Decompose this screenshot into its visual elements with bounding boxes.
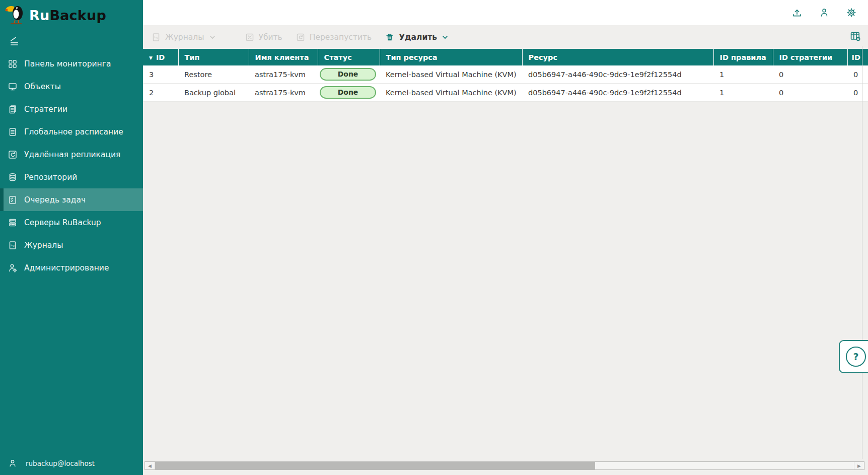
toolbar-button-label: Перезапустить — [310, 33, 372, 42]
sidebar-item-label: Стратегии — [24, 105, 67, 114]
vertical-scroll-gutter — [862, 46, 862, 459]
sidebar-item-0[interactable]: Панель мониторинга — [0, 52, 143, 75]
sidebar-item-5[interactable]: Репозиторий — [0, 166, 143, 188]
global-schedule-icon — [8, 127, 18, 137]
sidebar-item-9[interactable]: Администрирование — [0, 256, 143, 279]
user-icon[interactable] — [819, 8, 829, 18]
cell-resource_type: Kernel-based Virtual Machine (KVM) — [380, 65, 522, 84]
column-header-type[interactable]: Тип — [178, 49, 249, 65]
column-header-extra_id[interactable]: ID — [847, 49, 868, 65]
cell-client: astra175-kvm — [249, 84, 318, 102]
table-header-row: ▼IDТипИмя клиентаСтатусТип ресурсаРесурс… — [143, 49, 868, 65]
horizontal-scrollbar[interactable]: ◀ ▶ — [144, 461, 864, 470]
task-queue-icon — [8, 195, 18, 205]
sidebar-collapse-icon[interactable] — [9, 36, 22, 47]
cell-type: Restore — [178, 65, 249, 84]
column-header-strategy_id[interactable]: ID стратегии — [773, 49, 847, 65]
scrollbar-thumb[interactable] — [155, 462, 595, 469]
column-header-status[interactable]: Статус — [318, 49, 380, 65]
app-window: RuBackup Панель мониторингаОбъектыСтрате… — [0, 0, 868, 475]
sidebar-item-3[interactable]: Глобальное расписание — [0, 120, 143, 143]
column-header-label: Тип — [185, 53, 200, 61]
brand-ru: Ru — [29, 8, 49, 23]
sidebar-item-2[interactable]: Стратегии — [0, 98, 143, 120]
repository-icon — [8, 172, 18, 182]
sidebar-item-8[interactable]: logЖурналы — [0, 234, 143, 256]
sidebar-nav: Панель мониторингаОбъектыСтратегииГлобал… — [0, 52, 143, 279]
cell-strategy_id: 0 — [773, 65, 847, 84]
table-row-1[interactable]: 2Backup globalastra175-kvmDoneKernel-bas… — [143, 84, 868, 102]
servers-icon — [8, 218, 18, 228]
scrollbar-track[interactable] — [155, 462, 854, 469]
svg-text:log: log — [11, 244, 14, 247]
toolbar-button-label: Убить — [259, 33, 282, 42]
toolbar-button-label: Удалить — [399, 33, 437, 42]
sidebar-item-label: Серверы RuBackup — [24, 218, 101, 227]
table-settings-icon[interactable] — [849, 30, 861, 44]
dashboard-icon — [8, 59, 18, 69]
status-badge: Done — [320, 68, 376, 81]
user-icon — [8, 459, 17, 468]
admin-icon — [8, 263, 18, 273]
journal-icon: log — [151, 32, 161, 42]
cell-strategy_id: 0 — [773, 84, 847, 102]
delete-icon — [385, 32, 395, 42]
column-header-label: ID стратегии — [779, 53, 833, 61]
logs-icon: log — [8, 240, 18, 250]
scroll-left-arrow-icon[interactable]: ◀ — [145, 462, 155, 469]
sidebar-item-6[interactable]: Очередь задач — [0, 188, 143, 211]
sidebar-item-label: Глобальное расписание — [24, 127, 123, 137]
cell-resource: d05b6947-a446-490c-9dc9-1e9f2f12554d — [522, 65, 713, 84]
column-header-rule_id[interactable]: ID правила — [713, 49, 773, 65]
topbar — [143, 0, 868, 25]
cell-type: Backup global — [178, 84, 249, 102]
toolbar-button-удалить[interactable]: Удалить — [381, 30, 453, 44]
table-row-0[interactable]: 3Restoreastra175-kvmDoneKernel-based Vir… — [143, 65, 868, 84]
upload-icon[interactable] — [791, 7, 803, 18]
sort-desc-icon: ▼ — [149, 55, 153, 60]
kill-icon — [245, 32, 255, 42]
brand-backup: Backup — [49, 8, 106, 23]
objects-icon — [8, 82, 18, 92]
column-header-label: Ресурс — [529, 53, 557, 61]
column-header-label: ID — [156, 53, 165, 61]
toolbar-button-перезапустить: Перезапустить — [292, 30, 376, 44]
task-table-wrap: ▼IDТипИмя клиентаСтатусТип ресурсаРесурс… — [143, 49, 868, 102]
app-logo: RuBackup — [0, 0, 143, 28]
column-header-resource[interactable]: Ресурс — [522, 49, 713, 65]
logged-in-user-label: rubackup@localhost — [26, 459, 95, 467]
help-question-icon: ? — [846, 347, 866, 367]
main-area: logЖурналыУбитьПерезапуститьУдалить ▼IDТ… — [143, 0, 868, 475]
toolbar-button-label: Журналы — [165, 33, 204, 42]
cell-resource_type: Kernel-based Virtual Machine (KVM) — [380, 84, 522, 102]
cell-status: Done — [318, 84, 380, 102]
toolbar-button-убить: Убить — [241, 30, 286, 44]
sidebar-item-label: Репозиторий — [24, 173, 77, 182]
scroll-right-arrow-icon[interactable]: ▶ — [854, 462, 864, 469]
sidebar-user[interactable]: rubackup@localhost — [8, 459, 95, 468]
cell-client: astra175-kvm — [249, 65, 318, 84]
column-header-label: ID правила — [720, 53, 766, 61]
settings-gear-icon[interactable] — [846, 7, 857, 18]
column-header-label: Статус — [324, 53, 352, 61]
help-button[interactable]: ? — [839, 340, 868, 373]
cell-extra_id: 0 — [847, 84, 868, 102]
brand-wordmark: RuBackup — [29, 9, 106, 22]
status-badge: Done — [320, 86, 376, 99]
cell-rule_id: 1 — [713, 65, 773, 84]
sidebar-item-4[interactable]: Удалённая репликация — [0, 143, 143, 166]
cell-rule_id: 1 — [713, 84, 773, 102]
chevron-down-icon — [208, 33, 216, 41]
column-header-resource_type[interactable]: Тип ресурса — [380, 49, 522, 65]
sidebar-item-label: Панель мониторинга — [24, 59, 111, 69]
sidebar-item-label: Очередь задач — [24, 195, 86, 205]
column-header-id[interactable]: ▼ID — [143, 49, 178, 65]
column-header-client[interactable]: Имя клиента — [249, 49, 318, 65]
sidebar-item-label: Удалённая репликация — [24, 150, 120, 159]
sidebar-item-1[interactable]: Объекты — [0, 75, 143, 98]
svg-text:log: log — [154, 36, 158, 39]
task-table: ▼IDТипИмя клиентаСтатусТип ресурсаРесурс… — [143, 49, 868, 102]
toucan-logo-icon — [4, 3, 26, 28]
sidebar-item-label: Администрирование — [24, 263, 109, 273]
sidebar-item-7[interactable]: Серверы RuBackup — [0, 211, 143, 234]
